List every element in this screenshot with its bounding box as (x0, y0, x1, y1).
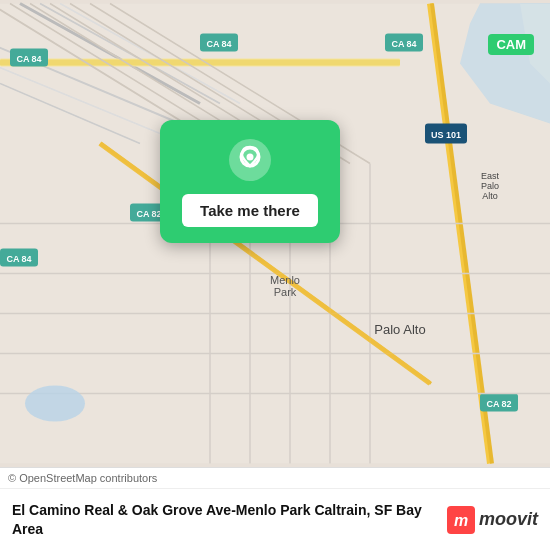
svg-text:East: East (481, 171, 500, 181)
bottom-bar: El Camino Real & Oak Grove Ave-Menlo Par… (0, 488, 550, 550)
location-name: El Camino Real & Oak Grove Ave-Menlo Par… (12, 501, 437, 537)
moovit-logo: m moovit (447, 506, 538, 534)
svg-text:CA 82: CA 82 (486, 399, 511, 409)
svg-text:Alto: Alto (482, 191, 498, 201)
map-container: CA 84 CA 84 CA 84 US 101 East Palo Alto … (0, 0, 550, 467)
svg-text:Park: Park (274, 286, 297, 298)
svg-text:CA 84: CA 84 (206, 39, 231, 49)
moovit-text: moovit (479, 509, 538, 530)
moovit-brand-icon: m (447, 506, 475, 534)
attribution-text: © OpenStreetMap contributors (8, 472, 157, 484)
cam-label: CAM (488, 34, 534, 55)
svg-point-57 (247, 154, 254, 161)
svg-point-54 (25, 386, 85, 422)
svg-text:CA 84: CA 84 (6, 254, 31, 264)
svg-text:CA 84: CA 84 (16, 54, 41, 64)
svg-text:US 101: US 101 (431, 130, 461, 140)
attribution-bar: © OpenStreetMap contributors (0, 467, 550, 488)
svg-text:CA 82: CA 82 (136, 209, 161, 219)
app: CA 84 CA 84 CA 84 US 101 East Palo Alto … (0, 0, 550, 550)
svg-text:Menlo: Menlo (270, 274, 300, 286)
location-info: El Camino Real & Oak Grove Ave-Menlo Par… (12, 501, 447, 537)
location-pin-icon (228, 138, 272, 182)
svg-rect-11 (0, 60, 400, 66)
popup-card: Take me there (160, 120, 340, 243)
svg-text:CA 84: CA 84 (391, 39, 416, 49)
svg-text:Palo Alto: Palo Alto (374, 322, 425, 337)
take-me-there-button[interactable]: Take me there (182, 194, 318, 227)
svg-text:Palo: Palo (481, 181, 499, 191)
svg-text:m: m (454, 512, 468, 529)
